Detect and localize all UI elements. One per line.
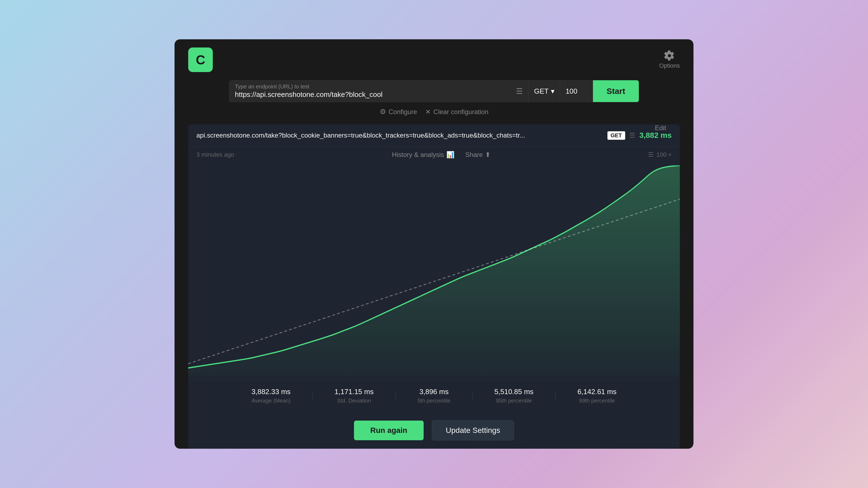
start-button[interactable]: Start [593, 80, 639, 102]
times-count: 100 × [656, 151, 672, 158]
list-icon-2: ☰ [648, 151, 654, 158]
stat-95th-label: 95th percentile [496, 398, 532, 404]
actions-bar: Run again Update Settings [188, 412, 680, 449]
app-window: C Options Type an endpoint (URL) to test… [175, 39, 693, 449]
stat-95th: 5,510.85 ms 95th percentile [494, 388, 533, 404]
close-icon: ✕ [425, 108, 431, 116]
share-tab-label: Share [465, 151, 483, 159]
options-button[interactable]: Options [659, 50, 680, 69]
chart-icon: 📊 [446, 151, 455, 159]
stat-5th-label: 5th percentile [417, 398, 451, 404]
stat-5th-value: 3,896 ms [420, 388, 449, 396]
edit-link[interactable]: Edit [655, 124, 666, 132]
stat-5th: 3,896 ms 5th percentile [417, 388, 451, 404]
stat-95th-value: 5,510.85 ms [494, 388, 533, 396]
chevron-down-icon: ▾ [551, 87, 554, 96]
run-again-button[interactable]: Run again [354, 421, 424, 440]
time-ago: 3 minutes ago [196, 151, 234, 158]
hamburger-icon[interactable]: ☰ [516, 87, 523, 96]
result-meta: 3 minutes ago History & analysis 📊 Share… [188, 147, 680, 163]
list-icon: ☰ [629, 132, 635, 139]
header: C Options [175, 39, 693, 80]
options-label: Options [659, 62, 680, 69]
url-input[interactable] [235, 90, 512, 99]
share-tab[interactable]: Share ⬆ [465, 151, 491, 159]
url-input-label: Type an endpoint (URL) to test [235, 84, 512, 90]
config-bar: ⚙ Configure ✕ Clear configuration [380, 107, 489, 116]
configure-icon: ⚙ [380, 107, 386, 116]
method-value: GET [534, 87, 549, 96]
result-panel: api.screenshotone.com/take?block_cookie_… [188, 124, 680, 449]
configure-button[interactable]: ⚙ Configure [380, 107, 417, 116]
clear-config-button[interactable]: ✕ Clear configuration [425, 108, 488, 116]
stat-divider-1 [312, 392, 313, 400]
stat-average: 3,882.33 ms Average (Mean) [252, 388, 290, 404]
url-input-wrapper: Type an endpoint (URL) to test [235, 84, 512, 99]
response-time: 3,882 ms [640, 131, 672, 140]
stat-99th-label: 99th percentile [579, 398, 615, 404]
result-tabs: History & analysis 📊 Share ⬆ [384, 150, 499, 160]
stats-bar: 3,882.33 ms Average (Mean) 1,171.15 ms S… [188, 379, 680, 412]
url-bar: Type an endpoint (URL) to test ☰ GET ▾ 1… [229, 80, 639, 102]
result-header: api.screenshotone.com/take?block_cookie_… [188, 124, 680, 147]
share-icon: ⬆ [485, 151, 491, 159]
app-logo: C [188, 47, 213, 72]
history-tab-label: History & analysis [392, 151, 444, 159]
stat-divider-3 [472, 392, 472, 400]
method-select[interactable]: GET ▾ [528, 80, 560, 102]
stat-std-dev-value: 1,171.15 ms [335, 388, 374, 396]
stat-average-label: Average (Mean) [252, 398, 290, 404]
times-input[interactable]: 100 [560, 80, 593, 102]
get-badge: GET [608, 131, 625, 140]
clear-config-label: Clear configuration [433, 108, 488, 116]
main-content: Type an endpoint (URL) to test ☰ GET ▾ 1… [175, 80, 693, 449]
stat-divider-2 [396, 392, 396, 400]
gear-icon [664, 50, 675, 61]
url-bar-section: Type an endpoint (URL) to test ☰ GET ▾ 1… [188, 80, 680, 116]
update-settings-button[interactable]: Update Settings [432, 420, 514, 441]
stat-divider-4 [555, 392, 556, 400]
stat-std-dev: 1,171.15 ms Std. Deviation [335, 388, 374, 404]
times-value: 100 [566, 87, 578, 96]
performance-chart [188, 165, 680, 377]
stat-99th: 6,142.61 ms 99th percentile [578, 388, 616, 404]
configure-label: Configure [389, 108, 417, 116]
stat-average-value: 3,882.33 ms [252, 388, 290, 396]
chart-container [188, 163, 680, 379]
result-url: api.screenshotone.com/take?block_cookie_… [196, 132, 603, 139]
url-input-container: Type an endpoint (URL) to test ☰ [229, 80, 528, 102]
stat-99th-value: 6,142.61 ms [578, 388, 616, 396]
history-analysis-tab[interactable]: History & analysis 📊 [392, 151, 455, 159]
stat-std-dev-label: Std. Deviation [337, 398, 371, 404]
